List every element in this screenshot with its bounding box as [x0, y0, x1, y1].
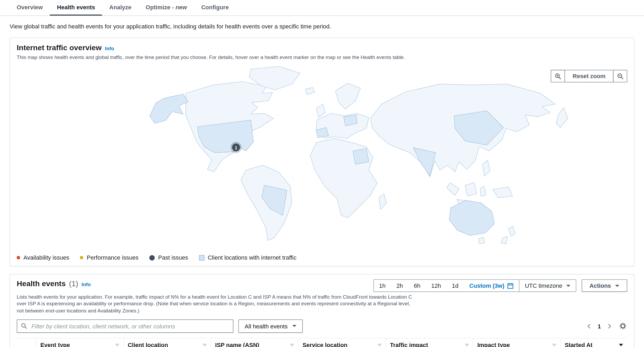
world-map-svg	[17, 65, 627, 249]
chevron-down-icon	[615, 285, 619, 287]
zoom-out-button[interactable]	[613, 70, 627, 82]
actions-button[interactable]: Actions	[582, 280, 627, 292]
past-issues-icon	[149, 255, 155, 260]
column-header-started-at[interactable]: Started At	[560, 338, 627, 347]
events-info-link[interactable]: Info	[82, 282, 91, 287]
previous-page-button[interactable]	[586, 323, 591, 329]
sort-caret-icon	[203, 344, 206, 346]
column-label: Impact type	[477, 342, 510, 347]
sort-caret-icon	[378, 344, 381, 346]
map-legend: Availability issues Performance issues P…	[17, 254, 627, 261]
column-label: Event type	[40, 342, 70, 347]
sort-caret-icon	[115, 344, 119, 346]
custom-range-label: Custom (3w)	[469, 282, 504, 289]
map-card-description: This map shows health events and global …	[17, 54, 627, 61]
filter-search-box	[17, 319, 233, 333]
legend-item-client-locations: Client locations with internet traffic	[199, 254, 296, 261]
gear-icon	[619, 323, 626, 330]
table-settings-button[interactable]	[618, 322, 627, 331]
legend-item-performance: Performance issues	[80, 254, 138, 261]
time-range-controls: 1h 2h 6h 12h 1d Custom (3w) UTC timezone	[373, 280, 627, 292]
performance-issues-icon	[80, 256, 83, 260]
column-header-isp-name[interactable]: ISP name (ASN)	[211, 338, 298, 347]
zoom-in-button[interactable]	[551, 70, 565, 82]
sort-caret-icon	[290, 344, 294, 346]
zoom-out-icon	[617, 73, 624, 80]
sort-caret-active-icon	[619, 344, 623, 346]
actions-label: Actions	[590, 282, 611, 289]
legend-item-past: Past issues	[149, 254, 188, 261]
time-range-1h[interactable]: 1h	[374, 280, 391, 291]
calendar-icon	[507, 283, 514, 289]
time-range-6h[interactable]: 6h	[408, 280, 426, 291]
timezone-label: UTC timezone	[525, 282, 562, 289]
health-events-card: Health events (1) Info 1h 2h 6h 12h 1d C…	[10, 274, 634, 347]
events-count: (1)	[69, 280, 78, 288]
pagination: 1	[586, 322, 627, 331]
column-header-impact-type[interactable]: Impact type	[473, 338, 560, 347]
legend-label: Performance issues	[87, 254, 139, 261]
health-events-filter-label: All health events	[245, 323, 288, 329]
tab-list: Overview Health events Analyze Optimize …	[10, 0, 634, 15]
map-card-title: Internet traffic overview	[17, 43, 102, 52]
internet-traffic-overview-card: Internet traffic overview Info This map …	[10, 38, 634, 266]
column-header-client-location[interactable]: Client location	[123, 338, 211, 347]
tab-optimize[interactable]: Optimize - new	[138, 0, 194, 15]
time-range-custom[interactable]: Custom (3w)	[464, 280, 519, 291]
tabs-bar: Overview Health events Analyze Optimize …	[0, 0, 644, 16]
next-page-button[interactable]	[607, 323, 612, 329]
tab-overview[interactable]: Overview	[10, 0, 50, 15]
time-range-1d[interactable]: 1d	[446, 280, 464, 291]
column-header-traffic-impact[interactable]: Traffic impact	[385, 338, 473, 347]
chevron-down-icon	[566, 285, 570, 287]
column-label: Client location	[128, 342, 168, 347]
filter-input[interactable]	[31, 322, 229, 330]
page-description: View global traffic and health events fo…	[10, 23, 634, 30]
page: Overview Health events Analyze Optimize …	[0, 0, 644, 347]
events-card-description: Lists health events for your application…	[17, 294, 414, 314]
time-range-group: 1h 2h 6h 12h 1d Custom (3w) UTC timezone	[373, 280, 576, 292]
client-locations-icon	[199, 255, 204, 260]
legend-label: Availability issues	[23, 254, 69, 261]
search-icon	[21, 323, 27, 329]
time-range-12h[interactable]: 12h	[426, 280, 447, 291]
health-events-filter-select[interactable]: All health events	[238, 319, 303, 333]
current-page-number[interactable]: 1	[598, 323, 601, 329]
chevron-left-icon	[587, 324, 591, 329]
reset-zoom-button[interactable]: Reset zoom	[565, 70, 613, 82]
health-events-table: Event type Client location ISP name (ASN…	[17, 338, 627, 347]
availability-issues-icon	[17, 256, 20, 260]
column-header-event-type[interactable]: Event type	[36, 338, 123, 347]
zoom-in-icon	[554, 73, 562, 80]
tab-analyze[interactable]: Analyze	[102, 0, 139, 15]
world-map[interactable]: 1 Reset zoom	[17, 65, 627, 249]
map-card-info-link[interactable]: Info	[105, 46, 114, 52]
legend-label: Client locations with internet traffic	[208, 254, 296, 261]
time-range-2h[interactable]: 2h	[391, 280, 408, 291]
events-card-title: Health events	[17, 280, 66, 288]
column-label: Traffic impact	[390, 342, 428, 347]
tab-optimize-new-badge: new	[176, 4, 187, 10]
legend-label: Past issues	[158, 254, 188, 261]
tab-optimize-label: Optimize -	[146, 4, 174, 10]
table-header-row: Event type Client location ISP name (ASN…	[17, 338, 627, 347]
column-label: ISP name (ASN)	[215, 342, 259, 347]
column-label: Started At	[565, 342, 592, 347]
map-controls: Reset zoom	[551, 70, 627, 82]
sort-caret-icon	[465, 344, 469, 346]
sort-caret-icon	[552, 344, 556, 346]
legend-item-availability: Availability issues	[17, 254, 69, 261]
filter-row: All health events 1	[17, 319, 627, 333]
tab-health-events[interactable]: Health events	[50, 0, 102, 15]
tab-configure[interactable]: Configure	[194, 0, 236, 15]
chevron-right-icon	[608, 324, 612, 329]
column-label: Service location	[303, 342, 348, 347]
selection-column-header	[17, 338, 36, 347]
chevron-down-icon	[292, 325, 296, 327]
timezone-select[interactable]: UTC timezone	[519, 280, 576, 291]
column-header-service-location[interactable]: Service location	[298, 338, 385, 347]
